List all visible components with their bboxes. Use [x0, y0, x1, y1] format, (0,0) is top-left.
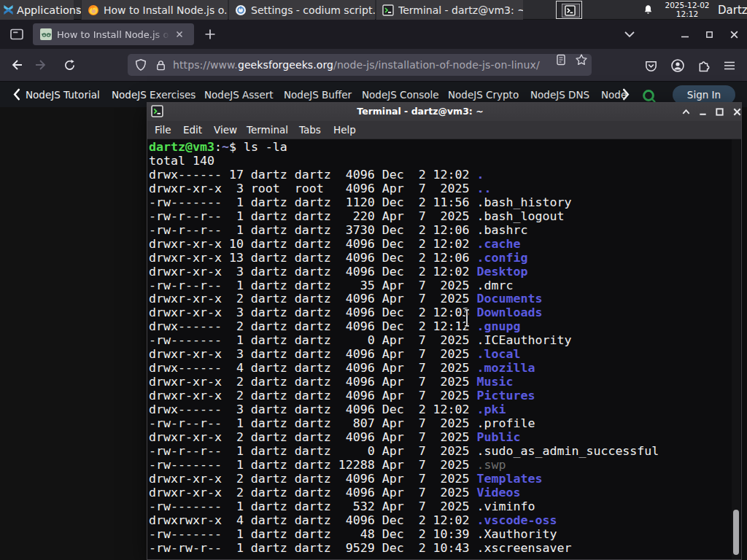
terminal-window-icon [151, 105, 163, 117]
applications-menu-label: Applications [17, 4, 82, 16]
panel-grip[interactable] [74, 0, 81, 20]
terminal-titlebar[interactable]: Terminal - dartz@vm3: ~ [147, 103, 741, 121]
terminal-output-area[interactable]: dartz@vm3:~$ ls -la total 140 drwx------… [147, 139, 741, 559]
url-bar[interactable]: https://www.geeksforgeeks.org/node-js/in… [128, 54, 592, 76]
clock-time: 12:12 [659, 9, 716, 18]
terminal-menu-edit[interactable]: Edit [183, 121, 202, 139]
terminal-menubar: FileEditViewTerminalTabsHelp [147, 121, 741, 139]
terminal-minimize-button[interactable] [696, 105, 709, 118]
geeksforgeeks-favicon [40, 28, 52, 40]
subnav-item-tutorial[interactable]: NodeJS Tutorial [26, 82, 100, 107]
codium-icon [235, 4, 247, 16]
nav-scroll-right-icon[interactable] [621, 88, 631, 101]
terminal-title: Terminal - dartz@vm3: ~ [357, 106, 483, 117]
nav-scroll-left-icon[interactable] [12, 88, 22, 101]
browser-close-button[interactable] [725, 26, 743, 43]
bookmark-star-icon[interactable] [575, 53, 588, 66]
search-icon[interactable] [642, 89, 657, 104]
firefox-icon [88, 4, 99, 16]
tab-close-icon[interactable] [174, 28, 185, 40]
terminal-icon [382, 4, 394, 16]
taskbar-window-title: Terminal - dartz@vm3: ~ [398, 4, 523, 16]
url-domain: geeksforgeeks.org [238, 59, 333, 71]
tab-title: How to Install Node.js on [57, 29, 172, 40]
url-scheme: https://www. [173, 59, 238, 71]
pager-window-miniature [562, 4, 580, 18]
pocket-icon[interactable] [643, 58, 659, 74]
terminal-menu-file[interactable]: File [155, 121, 171, 139]
taskbar-window-title: Settings - codium script... [251, 4, 375, 16]
terminal-mini-icon [565, 5, 576, 16]
terminal-menu-terminal[interactable]: Terminal [247, 121, 288, 139]
https-lock-icon[interactable] [155, 60, 166, 71]
firefox-navigation-toolbar: https://www.geeksforgeeks.org/node-js/in… [0, 49, 747, 82]
hamburger-menu-icon[interactable] [721, 58, 738, 74]
firefox-view-icon[interactable] [9, 26, 25, 42]
browser-minimize-button[interactable] [676, 26, 694, 43]
terminal-shade-button[interactable] [679, 105, 692, 118]
notification-bell-icon[interactable] [642, 4, 654, 16]
terminal-menu-help[interactable]: Help [333, 121, 356, 139]
url-text: https://www.geeksforgeeks.org/node-js/in… [173, 59, 540, 71]
sign-in-button[interactable]: Sign In [673, 85, 735, 104]
reload-button[interactable] [61, 57, 77, 73]
terminal-close-button[interactable] [730, 105, 743, 118]
terminal-window: Terminal - dartz@vm3: ~ FileEditViewTerm… [147, 102, 742, 560]
terminal-scrollbar-thumb[interactable] [733, 510, 739, 555]
terminal-menu-tabs[interactable]: Tabs [299, 121, 321, 139]
terminal-maximize-button[interactable] [713, 105, 726, 118]
firefox-tab-bar: How to Install Node.js on [0, 20, 747, 49]
tracking-protection-shield-icon[interactable] [134, 58, 147, 71]
url-path: /node-js/installation-of-node-js-on-linu… [333, 59, 540, 71]
applications-menu-icon [3, 4, 14, 15]
forward-button[interactable] [33, 57, 49, 73]
text-cursor-pointer [463, 308, 471, 327]
new-tab-button[interactable] [204, 28, 216, 40]
browser-maximize-button[interactable] [700, 26, 718, 43]
panel-clock[interactable]: 2025-12-02 12:12 [659, 1, 716, 19]
terminal-menu-view[interactable]: View [214, 121, 237, 139]
account-icon[interactable] [670, 58, 686, 74]
terminal-scrollbar[interactable] [732, 139, 740, 559]
taskbar-window-button[interactable]: How to Install Node.js o... [81, 0, 228, 20]
taskbar-window-title: How to Install Node.js o... [104, 4, 228, 16]
top-panel: Applications How to Install Node.js o...… [0, 0, 747, 20]
taskbar-window-button[interactable]: Terminal - dartz@vm3: ~ [376, 0, 523, 20]
clock-date: 2025-12-02 [659, 1, 716, 9]
workspace-pager[interactable] [556, 1, 582, 19]
panel-user-menu[interactable]: Dartz [718, 0, 747, 20]
applications-menu-button[interactable]: Applications [0, 0, 74, 20]
taskbar-window-button[interactable]: Settings - codium script... [228, 0, 375, 20]
list-all-tabs-icon[interactable] [624, 30, 635, 39]
terminal-output-text: dartz@vm3:~$ ls -la total 140 drwx------… [149, 141, 659, 556]
extensions-puzzle-icon[interactable] [696, 58, 712, 74]
back-button[interactable] [9, 57, 25, 73]
reader-mode-icon[interactable] [555, 54, 567, 66]
browser-tab[interactable]: How to Install Node.js on [33, 23, 194, 45]
